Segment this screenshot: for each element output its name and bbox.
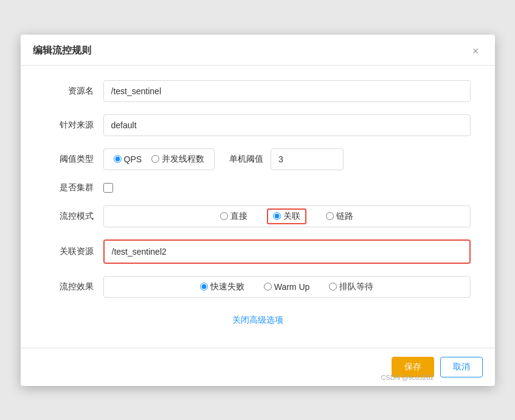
dialog-header: 编辑流控规则 × xyxy=(21,35,495,66)
warmup-text: Warm Up xyxy=(274,282,310,292)
close-button[interactable]: × xyxy=(469,44,483,58)
resource-name-input[interactable] xyxy=(103,80,471,102)
thread-radio[interactable] xyxy=(151,155,159,163)
associated-resource-input[interactable] xyxy=(105,241,469,263)
single-threshold-label: 单机阈值 xyxy=(229,154,263,165)
flow-mode-group: 直接 关联 链路 xyxy=(103,205,471,227)
cluster-row: 是否集群 xyxy=(45,182,471,193)
direct-mode-radio[interactable] xyxy=(220,212,228,220)
cluster-control xyxy=(103,183,471,193)
threshold-type-row: 阈值类型 QPS 并发线程数 单机阈值 xyxy=(45,148,471,170)
associated-mode-highlight: 关联 xyxy=(267,208,306,224)
threshold-type-control: QPS 并发线程数 单机阈值 xyxy=(103,148,471,170)
chain-mode-text: 链路 xyxy=(336,211,353,222)
cluster-checkbox[interactable] xyxy=(103,183,113,193)
cancel-button[interactable]: 取消 xyxy=(440,357,483,377)
resource-name-label: 资源名 xyxy=(45,86,94,97)
chain-mode-radio[interactable] xyxy=(326,212,334,220)
thread-radio-label[interactable]: 并发线程数 xyxy=(151,154,204,165)
source-row: 针对来源 xyxy=(45,114,471,136)
source-input[interactable] xyxy=(103,114,471,136)
warmup-label[interactable]: Warm Up xyxy=(264,282,310,292)
chain-mode-label[interactable]: 链路 xyxy=(326,211,353,222)
advanced-toggle-section: 关闭高级选项 xyxy=(45,310,471,336)
dialog-body: 资源名 针对来源 阈值类型 QPS xyxy=(21,66,495,348)
qps-label: QPS xyxy=(124,154,142,164)
associated-resource-row: 关联资源 xyxy=(45,239,471,264)
flow-mode-row: 流控模式 直接 关联 链路 xyxy=(45,205,471,227)
associated-mode-label[interactable]: 关联 xyxy=(273,211,300,222)
resource-name-control xyxy=(103,80,471,102)
flow-effect-group: 快速失败 Warm Up 排队等待 xyxy=(103,276,471,298)
flow-mode-label: 流控模式 xyxy=(45,211,94,222)
flow-effect-row: 流控效果 快速失败 Warm Up 排队等待 xyxy=(45,276,471,298)
resource-name-row: 资源名 xyxy=(45,80,471,102)
advanced-toggle-button[interactable]: 关闭高级选项 xyxy=(232,315,283,326)
direct-mode-label[interactable]: 直接 xyxy=(220,211,247,222)
associated-resource-wrapper xyxy=(103,239,471,264)
warmup-radio[interactable] xyxy=(264,283,272,291)
source-control xyxy=(103,114,471,136)
dialog-title: 编辑流控规则 xyxy=(33,44,91,57)
threshold-value-input[interactable] xyxy=(271,148,344,170)
fast-fail-label[interactable]: 快速失败 xyxy=(200,281,244,292)
source-label: 针对来源 xyxy=(45,120,94,131)
threshold-type-radio-group: QPS 并发线程数 xyxy=(103,148,215,170)
threshold-type-label: 阈值类型 xyxy=(45,154,94,165)
queue-radio[interactable] xyxy=(329,283,337,291)
fast-fail-text: 快速失败 xyxy=(210,281,244,292)
flow-effect-label: 流控效果 xyxy=(45,281,94,292)
qps-radio[interactable] xyxy=(114,155,122,163)
associated-resource-label: 关联资源 xyxy=(45,246,94,257)
queue-text: 排队等待 xyxy=(339,281,373,292)
watermark: CSDN @sco5282 xyxy=(381,374,434,381)
associated-mode-radio[interactable] xyxy=(273,212,281,220)
thread-label: 并发线程数 xyxy=(162,154,204,165)
queue-label[interactable]: 排队等待 xyxy=(329,281,373,292)
fast-fail-radio[interactable] xyxy=(200,283,208,291)
edit-flow-rule-dialog: 编辑流控规则 × 资源名 针对来源 阈值类型 QPS xyxy=(21,35,495,386)
direct-mode-text: 直接 xyxy=(230,211,247,222)
associated-mode-text: 关联 xyxy=(283,211,300,222)
qps-radio-label[interactable]: QPS xyxy=(114,154,142,164)
cluster-label: 是否集群 xyxy=(45,182,94,193)
